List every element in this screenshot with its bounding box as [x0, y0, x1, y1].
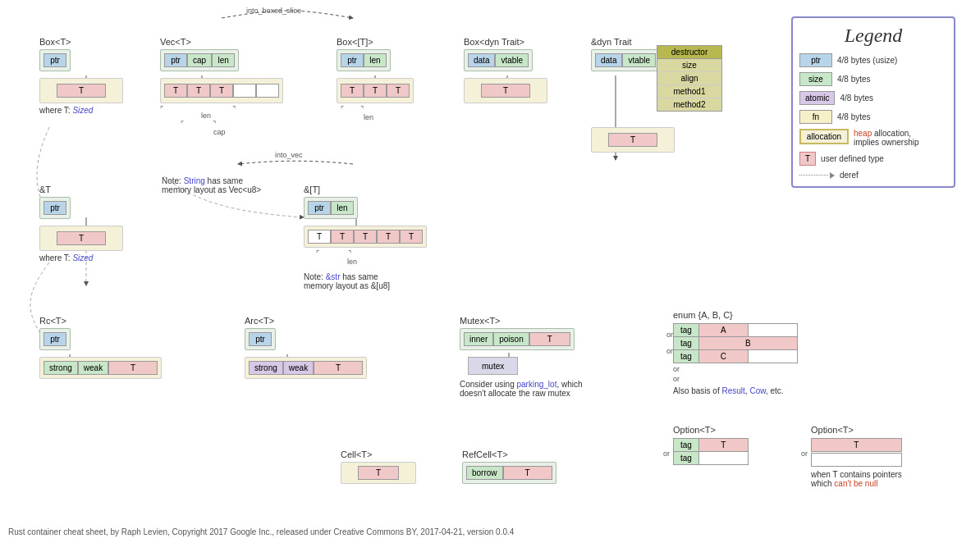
arc-strong: strong [249, 361, 283, 375]
ref-t-label: &T [39, 185, 123, 194]
legend-deref-desc: deref [840, 171, 859, 180]
legend-atomic-cell: atomic [799, 91, 835, 105]
box-dyn-body: T [481, 84, 530, 98]
vec-t-label: Vec<T> [160, 37, 283, 47]
svg-text:into_boxed_slice: into_boxed_slice [246, 7, 301, 15]
svg-text:into_vec: into_vec [275, 151, 303, 159]
box-slice-t2: T [364, 84, 387, 98]
parking-lot-note: Consider using parking_lot, which doesn'… [460, 380, 583, 398]
arc-weak: weak [283, 361, 314, 375]
box-slice-label: Box<[T]> [337, 37, 414, 47]
enum-or-2: or [666, 347, 673, 355]
footer: Rust container cheat sheet, by Raph Levi… [8, 527, 514, 536]
ref-slice-t2: T [354, 230, 377, 244]
box-slice-t3: T [387, 84, 410, 98]
box-dyn-vtable: vtable [495, 53, 529, 67]
box-slice-ptr: ptr [341, 53, 364, 67]
box-t-label: Box<T> [39, 37, 123, 47]
legend-ptr-cell: ptr [799, 53, 832, 67]
option-or: or [663, 449, 670, 458]
option-t-2-note: when T contains pointerswhich can't be n… [811, 470, 902, 488]
vec-ptr: ptr [164, 53, 187, 67]
rc-ptr: ptr [44, 332, 66, 346]
vec-len: len [212, 53, 235, 67]
refcell-t: T [503, 466, 552, 480]
str-note: Note: &str has same memory layout as &[u… [304, 272, 427, 290]
vec-t2: T [187, 84, 210, 98]
legend-box: Legend ptr 4/8 bytes (usize) size 4/8 by… [791, 16, 955, 188]
vec-e1 [233, 84, 256, 98]
option-t-2-t: T [811, 438, 902, 452]
legend-size-row: size 4/8 bytes [799, 72, 947, 86]
box-dyn-label: Box<dyn Trait> [464, 37, 547, 47]
mutex-t-label: Mutex<T> [460, 316, 583, 326]
legend-title: Legend [799, 25, 947, 47]
mutex-poison: poison [493, 332, 529, 346]
box-t-ptr: ptr [44, 53, 66, 67]
legend-size-desc: 4/8 bytes [837, 75, 871, 84]
ref-slice-label: &[T] [304, 185, 427, 194]
legend-fn-cell: fn [799, 110, 832, 124]
rc-t-label: Rc<T> [39, 316, 162, 326]
legend-atomic-row: atomic 4/8 bytes [799, 91, 947, 105]
ref-t-body: T [57, 231, 106, 245]
dyn-t-body: T [608, 133, 657, 147]
vec-t1: T [164, 84, 187, 98]
legend-ptr-desc: 4/8 bytes (usize) [837, 56, 897, 65]
rc-weak: weak [78, 361, 108, 375]
dyn-data: data [595, 53, 622, 67]
vec-cap: cap [187, 53, 212, 67]
rc-t: T [108, 361, 158, 375]
option-t-2-empty [811, 453, 902, 467]
ref-slice-len: len [331, 201, 354, 215]
box-t-where: where T: Sized [39, 106, 123, 115]
ref-slice-t1: T [331, 230, 354, 244]
enum-also: Also basis of Result, Cow, etc. [673, 386, 798, 395]
ref-t-ptr: ptr [44, 201, 66, 215]
mutex-inner: inner [464, 332, 493, 346]
option-t-1-label: Option<T> [673, 425, 749, 435]
legend-fn-row: fn 4/8 bytes [799, 110, 947, 124]
legend-alloc-desc: heap allocation,implies ownership [854, 129, 947, 147]
ref-slice-t3: T [377, 230, 400, 244]
arc-t: T [314, 361, 363, 375]
vtable-size: size [657, 59, 721, 72]
legend-fn-desc: 4/8 bytes [837, 112, 871, 121]
option-or-2: or [801, 449, 808, 458]
arc-ptr: ptr [249, 332, 272, 346]
legend-size-cell: size [799, 72, 832, 86]
enum-or-1: or [666, 331, 673, 339]
dyn-vtable: vtable [622, 53, 656, 67]
ref-slice-t0: T [308, 230, 331, 244]
box-slice-t1: T [341, 84, 364, 98]
vtable-method1: method1 [657, 85, 721, 98]
rc-strong: strong [44, 361, 78, 375]
legend-t-cell: T [799, 152, 816, 166]
mutex-t: T [529, 332, 570, 346]
box-dyn-data: data [468, 53, 495, 67]
string-note: Note: String has same memory layout as V… [162, 176, 261, 194]
vtable-align: align [657, 72, 721, 85]
option-t-2-label: Option<T> [811, 425, 902, 435]
legend-atomic-desc: 4/8 bytes [840, 94, 873, 103]
refcell-borrow: borrow [466, 466, 503, 480]
dyn-trait-label: &dyn Trait [591, 37, 660, 47]
legend-usertype-desc: user defined type [821, 154, 884, 163]
ref-slice-t4: T [400, 230, 423, 244]
cell-t-label: Cell<T> [341, 449, 416, 459]
legend-deref-row: deref [799, 171, 947, 180]
vec-e2 [256, 84, 279, 98]
enum-table: tag A tag B tag C [673, 323, 798, 363]
legend-alloc-row: allocation heap allocation,implies owner… [799, 129, 947, 147]
legend-alloc-cell: allocation [799, 129, 849, 144]
ref-slice-ptr: ptr [308, 201, 331, 215]
box-slice-len: len [364, 53, 387, 67]
box-t-body: T [57, 84, 106, 98]
refcell-t-label: RefCell<T> [462, 449, 556, 459]
enum-abc-label: enum {A, B, C} [673, 310, 798, 320]
arc-t-label: Arc<T> [245, 316, 367, 326]
vtable-method2: method2 [657, 98, 721, 111]
legend-usertype-row: T user defined type [799, 152, 947, 166]
mutex-body: mutex [482, 362, 504, 371]
vtable-destructor: destructor [657, 46, 721, 59]
